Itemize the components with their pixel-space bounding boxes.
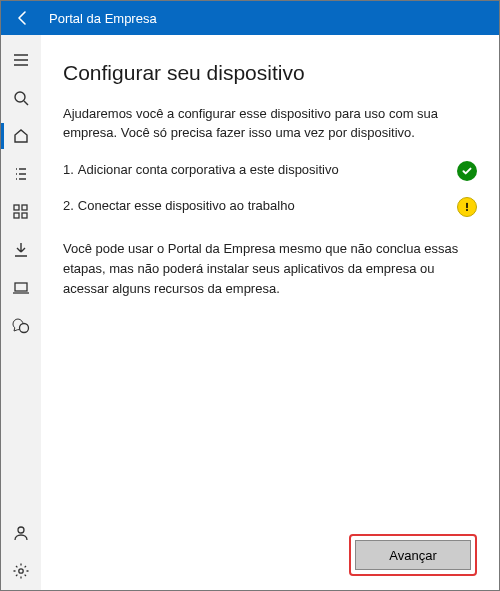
laptop-icon xyxy=(12,279,30,297)
titlebar: Portal da Empresa xyxy=(1,1,499,35)
svg-rect-1 xyxy=(14,205,19,210)
home-icon xyxy=(12,127,30,145)
intro-text: Ajudaremos você a configurar esse dispos… xyxy=(63,105,477,143)
back-button[interactable] xyxy=(9,4,37,32)
svg-rect-3 xyxy=(14,213,19,218)
nav-apps[interactable] xyxy=(1,155,41,193)
page-heading: Configurar seu dispositivo xyxy=(63,61,477,85)
download-icon xyxy=(12,241,30,259)
nav-downloads[interactable] xyxy=(1,231,41,269)
nav-home[interactable] xyxy=(1,117,41,155)
next-button[interactable]: Avançar xyxy=(355,540,471,570)
nav-support[interactable] xyxy=(1,307,41,345)
svg-rect-2 xyxy=(22,205,27,210)
check-icon xyxy=(461,165,473,177)
sidebar xyxy=(1,35,41,590)
person-icon xyxy=(12,524,30,542)
nav-account[interactable] xyxy=(1,514,41,552)
list-icon xyxy=(12,165,30,183)
step-number: 2. xyxy=(63,197,74,216)
exclamation-icon xyxy=(462,202,472,212)
search-icon xyxy=(12,89,30,107)
app-window: Portal da Empresa xyxy=(0,0,500,591)
app-title: Portal da Empresa xyxy=(49,11,157,26)
setup-step-2: 2. Conectar esse dispositivo ao trabalho xyxy=(63,197,477,217)
chat-icon xyxy=(12,317,30,335)
nav-settings[interactable] xyxy=(1,552,41,590)
svg-rect-4 xyxy=(22,213,27,218)
svg-point-6 xyxy=(20,324,29,333)
status-badge-success xyxy=(457,161,477,181)
next-button-highlight: Avançar xyxy=(349,534,477,576)
svg-rect-5 xyxy=(15,283,27,291)
svg-point-0 xyxy=(15,92,25,102)
nav-menu[interactable] xyxy=(1,41,41,79)
footer: Avançar xyxy=(63,524,477,576)
grid-icon xyxy=(12,203,30,221)
svg-point-7 xyxy=(18,527,24,533)
setup-step-1: 1. Adicionar conta corporativa a este di… xyxy=(63,161,477,181)
step-text: Conectar esse dispositivo ao trabalho xyxy=(78,197,443,216)
svg-point-8 xyxy=(19,569,23,573)
body: Configurar seu dispositivo Ajudaremos vo… xyxy=(1,35,499,590)
gear-icon xyxy=(12,562,30,580)
main-content: Configurar seu dispositivo Ajudaremos vo… xyxy=(41,35,499,590)
svg-point-9 xyxy=(466,209,468,211)
step-text: Adicionar conta corporativa a este dispo… xyxy=(78,161,443,180)
step-number: 1. xyxy=(63,161,74,180)
arrow-left-icon xyxy=(15,10,31,26)
note-text: Você pode usar o Portal da Empresa mesmo… xyxy=(63,239,477,299)
nav-devices[interactable] xyxy=(1,269,41,307)
nav-categories[interactable] xyxy=(1,193,41,231)
status-badge-warning xyxy=(457,197,477,217)
hamburger-icon xyxy=(12,51,30,69)
nav-search[interactable] xyxy=(1,79,41,117)
